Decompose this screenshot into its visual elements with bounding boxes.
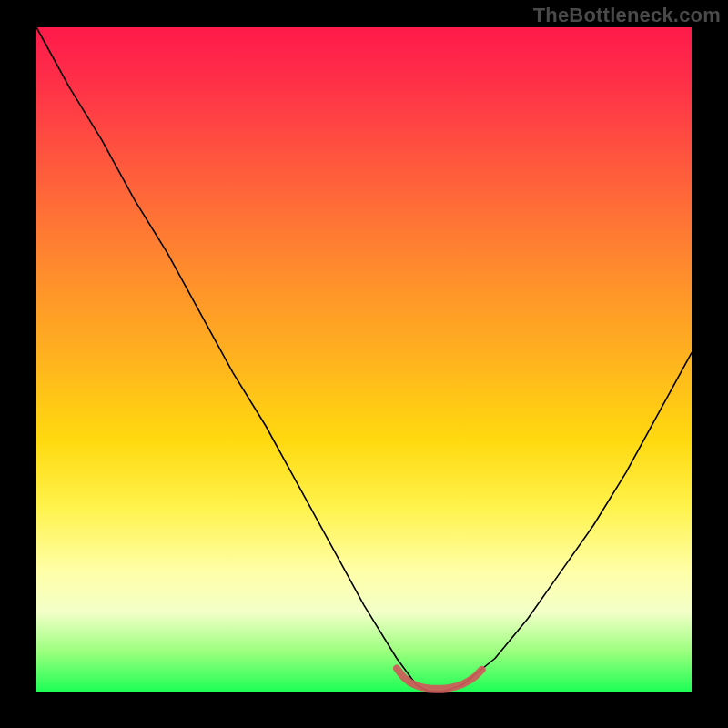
bottleneck-curve-path bbox=[36, 27, 692, 692]
curves-svg bbox=[36, 27, 692, 692]
optimal-range-path bbox=[397, 669, 482, 689]
chart-frame: TheBottleneck.com bbox=[0, 0, 728, 728]
watermark-text: TheBottleneck.com bbox=[533, 4, 721, 27]
plot-area bbox=[36, 27, 692, 692]
